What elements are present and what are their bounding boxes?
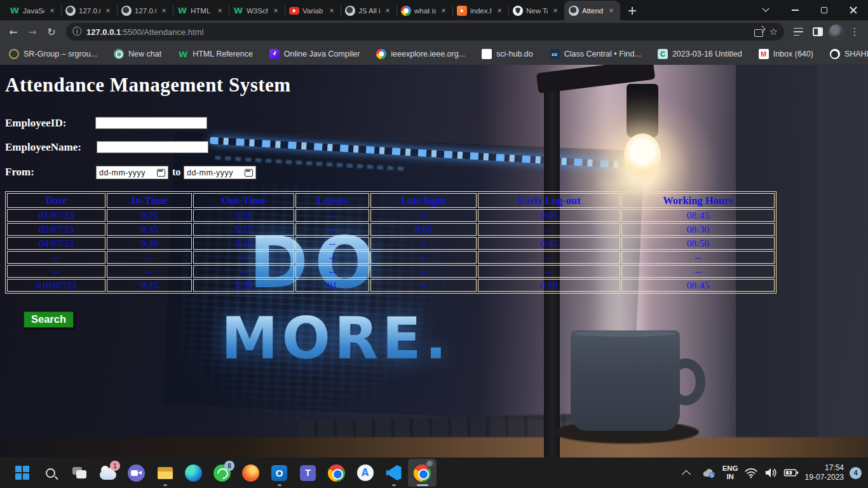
localhost-favicon xyxy=(569,6,579,16)
back-button[interactable]: ← xyxy=(5,24,22,40)
firefox-button[interactable] xyxy=(236,459,265,487)
url-text[interactable]: 127.0.0.1:5500/Attendance.html xyxy=(86,27,749,37)
tab-title: what is xyxy=(414,7,436,15)
outlook-button[interactable] xyxy=(265,459,294,487)
bookmark-github[interactable]: SHAHIBKHANIR xyxy=(830,49,868,59)
tab-w3schools[interactable]: W3Sch× xyxy=(229,1,285,20)
tab-js-all[interactable]: JS All i× xyxy=(341,1,397,20)
start-button[interactable] xyxy=(8,459,36,487)
tab-close-icon[interactable]: × xyxy=(607,6,616,15)
tab-localhost-1[interactable]: 127.0.0× xyxy=(61,1,117,20)
language-indicator[interactable]: ENGIN xyxy=(722,464,738,481)
new-tab-button[interactable] xyxy=(624,3,641,19)
widgets-button[interactable]: 1 xyxy=(93,459,122,487)
calendar-icon[interactable] xyxy=(157,169,165,177)
table-cell: -- xyxy=(295,251,369,264)
tab-close-icon[interactable]: × xyxy=(159,6,168,15)
tab-close-icon[interactable]: × xyxy=(327,6,336,15)
search-button[interactable]: Search xyxy=(24,311,74,328)
tab-youtube[interactable]: Variab× xyxy=(285,1,341,20)
tab-close-icon[interactable]: × xyxy=(104,6,112,15)
profile-avatar[interactable] xyxy=(829,24,844,39)
table-cell: 9:35 xyxy=(107,223,192,236)
tab-close-icon[interactable]: × xyxy=(439,6,448,15)
tab-close-icon[interactable]: × xyxy=(383,6,392,15)
volume-icon[interactable] xyxy=(764,466,778,479)
chrome-button[interactable] xyxy=(322,459,351,487)
table-cell: 9:25 xyxy=(107,279,192,292)
table-cell: 0:45 xyxy=(478,237,620,250)
calendar-icon[interactable] xyxy=(245,169,253,177)
employee-name-label: EmployeeName: xyxy=(5,141,81,154)
bookmark-sci-hub[interactable]: sci-hub.do xyxy=(482,49,533,59)
tab-index[interactable]: index.h× xyxy=(452,1,508,20)
employee-name-input[interactable] xyxy=(97,141,208,153)
address-bar[interactable]: ⓘ 127.0.0.1:5500/Attendance.html ☆ xyxy=(66,23,784,41)
reading-list-icon[interactable] xyxy=(790,24,807,40)
close-button[interactable] xyxy=(839,0,868,20)
wifi-icon[interactable] xyxy=(744,466,758,479)
chrome-icon xyxy=(328,464,345,482)
reload-button[interactable]: ↻ xyxy=(43,24,60,40)
notification-count-badge[interactable]: 4 xyxy=(850,467,862,479)
site-info-icon[interactable]: ⓘ xyxy=(72,26,81,37)
task-view-button[interactable] xyxy=(65,459,93,487)
whatsapp-button[interactable]: 8 xyxy=(208,459,236,487)
restore-button[interactable] xyxy=(810,0,839,20)
tab-google-search[interactable]: what is× xyxy=(397,1,452,20)
tab-close-icon[interactable]: × xyxy=(271,6,280,15)
side-panel-icon[interactable] xyxy=(810,24,826,40)
tab-javascript[interactable]: JavaSc× xyxy=(5,1,61,20)
chrome-active-button[interactable] xyxy=(408,459,437,487)
tab-close-icon[interactable]: × xyxy=(551,6,560,15)
edge-button[interactable] xyxy=(179,459,208,487)
tab-close-icon[interactable]: × xyxy=(495,6,504,15)
taskbar-apps: 1 8 xyxy=(8,459,437,487)
tab-localhost-2[interactable]: 127.0.0× xyxy=(117,1,173,20)
table-cell: 6:15 xyxy=(193,223,294,236)
bookmark-star-icon[interactable]: ☆ xyxy=(770,26,778,37)
tab-html[interactable]: HTML× xyxy=(173,1,229,20)
column-header-leaves: Leaves xyxy=(295,193,369,208)
tab-close-icon[interactable]: × xyxy=(48,6,57,15)
chatgpt-icon xyxy=(114,49,124,59)
employee-id-input[interactable] xyxy=(95,117,207,129)
app-store-button[interactable] xyxy=(351,459,379,487)
bookmark-ieeexplore[interactable]: ieeexplore.ieee.org... xyxy=(376,49,465,59)
bookmark-label: HTML Reference xyxy=(193,50,253,58)
bookmark-new-chat[interactable]: New chat xyxy=(114,49,161,59)
tab-search-button[interactable] xyxy=(751,0,780,20)
onedrive-icon[interactable] xyxy=(702,466,717,479)
to-date-input[interactable]: dd-mm-yyyy xyxy=(184,166,256,179)
tab-new-tab[interactable]: New Ta× xyxy=(508,1,564,20)
tab-close-icon[interactable]: × xyxy=(215,6,224,15)
video-app-button[interactable] xyxy=(122,459,151,487)
teams-button[interactable] xyxy=(294,459,322,487)
bookmark-html-reference[interactable]: HTML Reference xyxy=(178,49,253,59)
table-cell: 5:55 xyxy=(193,209,294,222)
vscode-button[interactable] xyxy=(379,459,408,487)
table-cell: -- xyxy=(478,251,620,264)
taskbar-search-button[interactable] xyxy=(36,459,65,487)
battery-icon[interactable] xyxy=(783,466,799,479)
menu-kebab-icon[interactable]: ⋮ xyxy=(846,24,863,40)
table-cell: -- xyxy=(478,223,620,236)
bookmark-class-central[interactable]: Class Central • Find... xyxy=(550,49,641,59)
forward-button[interactable]: → xyxy=(24,24,41,40)
url-path: :5500/Attendance.html xyxy=(121,27,203,37)
bookmark-sr-group[interactable]: SR-Group – srgrou... xyxy=(9,49,97,59)
tab-title: Variab xyxy=(302,7,324,15)
from-date-input[interactable]: dd-mm-yyyy xyxy=(96,166,168,179)
table-cell: -- xyxy=(370,265,477,278)
tab-attendance-active[interactable]: Attend× xyxy=(564,1,620,20)
app-store-icon xyxy=(357,464,374,481)
bookmark-colab[interactable]: 2023-03-16 Untitled xyxy=(658,49,742,59)
share-icon[interactable] xyxy=(754,27,764,36)
tray-overflow-button[interactable] xyxy=(677,459,696,487)
bookmark-inbox[interactable]: Inbox (640) xyxy=(759,49,813,59)
clock[interactable]: 17:5419-07-2023 xyxy=(805,463,844,482)
minimize-button[interactable] xyxy=(780,0,810,20)
file-explorer-button[interactable] xyxy=(151,459,179,487)
table-cell: 08:30 xyxy=(621,223,775,236)
bookmark-java-compiler[interactable]: Online Java Compiler xyxy=(269,49,360,59)
